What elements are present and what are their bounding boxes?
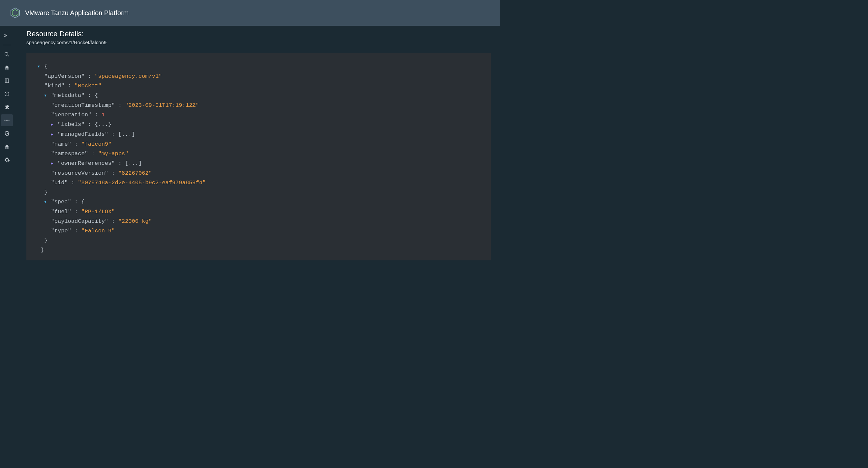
sidebar-item-create[interactable] bbox=[1, 88, 13, 100]
sidebar-item-home2[interactable] bbox=[1, 141, 13, 153]
expand-toggle-icon[interactable]: ▶ bbox=[51, 120, 54, 130]
json-row-spec: ▼ "spec" : { bbox=[38, 197, 479, 207]
cluster-icon bbox=[4, 117, 10, 123]
home-icon bbox=[4, 144, 10, 149]
page-title: Resource Details: bbox=[26, 30, 491, 38]
sidebar: » bbox=[0, 26, 14, 270]
main-content: Resource Details: spaceagency.com/v1/Roc… bbox=[14, 26, 500, 270]
chevron-right-double-icon: » bbox=[4, 33, 10, 39]
json-open-root: ▼ { bbox=[38, 62, 479, 71]
svg-line-3 bbox=[8, 55, 9, 56]
json-close-metadata: } bbox=[38, 188, 479, 197]
json-row-namespace: "namespace" : "my-apps" bbox=[38, 149, 479, 159]
json-row-payloadCapacity: "payloadCapacity" : "22000 kg" bbox=[38, 216, 479, 226]
shield-search-icon bbox=[4, 131, 10, 136]
svg-line-15 bbox=[8, 135, 9, 136]
svg-rect-10 bbox=[5, 120, 5, 121]
sidebar-item-plugins[interactable] bbox=[1, 101, 13, 113]
json-row-labels: ▶ "labels" : {...} bbox=[38, 120, 479, 130]
sidebar-divider bbox=[3, 45, 11, 45]
svg-rect-9 bbox=[7, 120, 8, 121]
app-header: VMware Tanzu Application Platform bbox=[0, 0, 500, 26]
sidebar-item-security[interactable] bbox=[1, 128, 13, 139]
book-icon bbox=[4, 78, 10, 84]
svg-rect-4 bbox=[5, 79, 9, 83]
sidebar-item-settings[interactable] bbox=[1, 154, 13, 166]
expand-toggle-icon[interactable]: ▶ bbox=[51, 159, 54, 168]
json-viewer: ▼ { "apiVersion" : "spaceagency.com/v1" … bbox=[26, 53, 491, 260]
json-row-managedFields: ▶ "managedFields" : [...] bbox=[38, 130, 479, 139]
sidebar-item-search[interactable] bbox=[1, 48, 13, 60]
collapse-toggle-icon[interactable]: ▼ bbox=[44, 91, 48, 101]
json-row-kind: "kind" : "Rocket" bbox=[38, 81, 479, 91]
json-row-creationTimestamp: "creationTimestamp" : "2023-09-01T17:19:… bbox=[38, 101, 479, 110]
puzzle-icon bbox=[4, 104, 10, 110]
json-row-uid: "uid" : "8075748a-2d2e-4405-b9c2-eaf979a… bbox=[38, 178, 479, 188]
plus-circle-icon bbox=[4, 91, 10, 97]
tanzu-logo-icon bbox=[9, 7, 21, 19]
search-icon bbox=[4, 52, 10, 57]
json-row-fuel: "fuel" : "RP-1/LOX" bbox=[38, 207, 479, 216]
json-close-root: } bbox=[38, 245, 479, 255]
collapse-toggle-icon[interactable]: ▼ bbox=[38, 62, 41, 71]
json-row-type: "type" : "Falcon 9" bbox=[38, 226, 479, 236]
sidebar-item-catalog[interactable] bbox=[1, 75, 13, 87]
json-row-name: "name" : "falcon9" bbox=[38, 139, 479, 149]
json-close-spec: } bbox=[38, 236, 479, 245]
gear-icon bbox=[4, 157, 10, 163]
svg-marker-1 bbox=[12, 9, 18, 16]
svg-point-2 bbox=[5, 53, 8, 55]
main-layout: » Resource Details: s bbox=[0, 26, 500, 270]
json-row-apiVersion: "apiVersion" : "spaceagency.com/v1" bbox=[38, 71, 479, 81]
expand-toggle-icon[interactable]: ▶ bbox=[51, 130, 54, 139]
sidebar-item-home[interactable] bbox=[1, 62, 13, 73]
sidebar-item-resources[interactable] bbox=[1, 114, 13, 126]
app-title: VMware Tanzu Application Platform bbox=[25, 9, 129, 17]
json-row-ownerReferences: ▶ "ownerReferences" : [...] bbox=[38, 159, 479, 168]
page-subtitle: spaceagency.com/v1/Rocket/falcon9 bbox=[26, 39, 491, 45]
home-icon bbox=[4, 65, 10, 70]
collapse-toggle-icon[interactable]: ▼ bbox=[44, 197, 48, 207]
json-row-metadata: ▼ "metadata" : { bbox=[38, 91, 479, 101]
json-row-generation: "generation" : 1 bbox=[38, 110, 479, 120]
json-row-resourceVersion: "resourceVersion" : "82267062" bbox=[38, 168, 479, 178]
svg-rect-11 bbox=[8, 120, 9, 121]
sidebar-expand-button[interactable]: » bbox=[1, 30, 13, 41]
